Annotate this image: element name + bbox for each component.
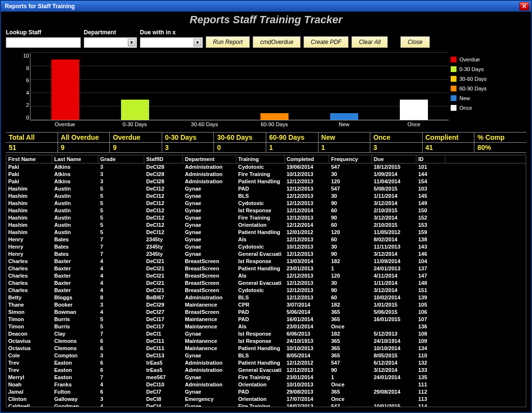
table-row[interactable]: CharlesBaxter4DeCl21BreastScreenPatient … — [6, 265, 526, 272]
table-cell: 110 — [416, 352, 445, 359]
table-cell: 5 — [98, 207, 144, 214]
department-combo[interactable]: ▼ — [84, 37, 137, 48]
table-row[interactable]: HenryBates72345tyGynaeCydotoxic10/12/201… — [6, 243, 526, 251]
table-row[interactable]: HashimAustin5DeCl12GynaeOrientation12/12… — [6, 221, 526, 229]
table-row[interactable]: CharlesBaxter4DeCl21BreastScreenGeneral … — [6, 280, 526, 287]
table-row[interactable]: TrevEaston6trEas5AdministrationPatient H… — [6, 359, 526, 367]
table-row[interactable]: CharlesBaxter4DeCl21BreastScreenIst Resp… — [6, 258, 526, 265]
table-cell: 135 — [416, 374, 445, 381]
table-cell: DeCl12 — [144, 229, 183, 236]
lookup-staff-input[interactable] — [6, 37, 81, 48]
clear-all-button[interactable]: Clear All — [351, 36, 388, 48]
table-row[interactable]: CaldwellGoodman4DeCl4GynaeFire Training1… — [6, 403, 526, 407]
table-cell: DeCl11 — [144, 338, 183, 345]
column-header[interactable]: Training — [236, 155, 285, 163]
close-icon[interactable]: ✕ — [519, 2, 529, 11]
column-header[interactable]: Grade — [98, 155, 144, 163]
table-row[interactable]: HashimAustin5DeCl12GynaeCydotoxic12/12/2… — [6, 200, 526, 207]
summary-value: 41 — [423, 143, 474, 152]
table-row[interactable]: NoahFranks4DeCl10AdministrationOrientati… — [6, 381, 526, 388]
table-cell: 7 — [98, 236, 144, 243]
table-row[interactable]: HashimAustin5DeCl12GynaeFire Training12/… — [6, 214, 526, 221]
table-row[interactable]: ClintonGalloway3DeCl8EmergencyOrientatio… — [6, 396, 526, 403]
table-cell: 154 — [416, 178, 445, 185]
table-cell: 4 — [98, 403, 144, 407]
data-grid-body[interactable]: PakiAtkins3DeCl28AdministrationCydotoxic… — [6, 163, 526, 407]
table-cell: 1/11/2014 — [372, 280, 416, 287]
table-cell: DeCl29 — [144, 301, 183, 309]
table-cell: 144 — [416, 171, 445, 178]
chart-bar — [51, 59, 79, 120]
column-header[interactable]: Frequency — [329, 155, 372, 163]
table-cell: 149 — [416, 200, 445, 207]
table-row[interactable]: OctaviusClemons6DeCl11MaintanenceIst Res… — [6, 338, 526, 345]
table-cell: 3 — [98, 352, 144, 359]
table-cell: 10/12/2013 — [285, 243, 329, 251]
table-cell: DeCl12 — [144, 214, 183, 221]
table-cell: DeCl21 — [144, 258, 183, 265]
table-row[interactable]: HashimAustin5DeCl12GynaePAD12/12/2013547… — [6, 185, 526, 192]
table-cell: 12/12/2013 — [285, 214, 329, 221]
table-cell: 147 — [416, 272, 445, 280]
column-header[interactable]: Completed — [285, 155, 329, 163]
table-cell: 112 — [416, 388, 445, 396]
table-cell: 90 — [329, 367, 372, 374]
table-row[interactable]: HashimAustin5DeCl12GynaePatient Handling… — [6, 229, 526, 236]
chevron-down-icon: ▼ — [194, 39, 201, 46]
table-row[interactable]: HashimAustin5DeCl12GynaeBLS12/12/2013301… — [6, 192, 526, 200]
table-row[interactable]: PakiAtkins3DeCl28AdministrationPatient H… — [6, 178, 526, 185]
table-cell: Fire Training — [236, 171, 285, 178]
table-row[interactable]: HenryBates72345tyGynaeGeneral Evacuati12… — [6, 251, 526, 258]
table-row[interactable]: SimonBowman4DeCl27BreastScreenPAD5/06/20… — [6, 309, 526, 316]
table-cell: 4 — [98, 280, 144, 287]
column-header[interactable]: ID — [416, 155, 445, 163]
legend-swatch — [451, 76, 456, 82]
table-cell: Bates — [52, 236, 98, 243]
legend-item: New — [451, 95, 524, 101]
table-cell: Gynae — [183, 236, 236, 243]
table-cell: 12/01/2012 — [285, 229, 329, 236]
table-row[interactable]: TimonBurris5DeCl17MaintanenceAls23/01/20… — [6, 323, 526, 330]
table-cell: Bowman — [52, 309, 98, 316]
table-row[interactable]: DeaconClay7DeCl1GynaeIst Response6/06/20… — [6, 330, 526, 338]
column-header[interactable]: Due — [372, 155, 416, 163]
table-cell: 4 — [98, 272, 144, 280]
summary-header: Once — [370, 133, 422, 143]
column-header[interactable]: First Name — [6, 155, 52, 163]
table-row[interactable]: ThaneBooker3DeCl29MaintanenceCPR3/07/201… — [6, 301, 526, 309]
column-header[interactable]: StaffID — [144, 155, 183, 163]
table-cell: 90 — [329, 200, 372, 207]
table-row[interactable]: TrevEaston6trEas5AdministrationGeneral E… — [6, 367, 526, 374]
table-cell: 1/09/2014 — [372, 171, 416, 178]
table-cell: DeCl28 — [144, 163, 183, 171]
table-cell: Jamal — [6, 388, 52, 396]
table-row[interactable]: BettyBloggs8BeBl67AdministrationBLS12/12… — [6, 294, 526, 301]
table-row[interactable]: TimonBurris5DeCl17MaintanencePAD16/01/20… — [6, 316, 526, 323]
table-row[interactable]: HenryBates72345tyGynaeAls12/12/2013608/0… — [6, 236, 526, 243]
table-cell: 146 — [416, 251, 445, 258]
table-row[interactable]: MerrylEaston7mee567GynaeFire Training23/… — [6, 374, 526, 381]
table-cell: Gynae — [183, 352, 236, 359]
table-row[interactable]: PakiAtkins3DeCl28AdministrationCydotoxic… — [6, 163, 526, 171]
table-cell — [372, 396, 416, 403]
table-row[interactable]: HashimAustin5DeCl12GynaeIst Response12/1… — [6, 207, 526, 214]
run-report-button[interactable]: Run Report — [206, 36, 250, 48]
table-row[interactable]: CharlesBaxter4DeCl21BreastScreenCydotoxi… — [6, 287, 526, 294]
table-cell: Charles — [6, 265, 52, 272]
column-header[interactable]: Department — [183, 155, 236, 163]
column-header[interactable]: Last Name — [52, 155, 98, 163]
table-row[interactable]: OctaviusClemons6DeCl11MaintanencePatient… — [6, 345, 526, 352]
table-cell: DeCl21 — [144, 265, 183, 272]
table-cell: 12/12/2012 — [285, 359, 329, 367]
table-row[interactable]: JamalFulton6DeCl7GynaePAD29/08/201336529… — [6, 388, 526, 396]
table-row[interactable]: CharlesBaxter4DeCl21BreastScreenAls12/12… — [6, 272, 526, 280]
table-cell: 120 — [329, 272, 372, 280]
table-cell: General Evacuati — [236, 367, 285, 374]
table-row[interactable]: ColeCompton3DeCl13GynaeBLS8/05/20143658/… — [6, 352, 526, 359]
create-pdf-button[interactable]: Create PDF — [304, 36, 349, 48]
cmd-overdue-button[interactable]: cmdOverdue — [253, 36, 301, 48]
close-button[interactable]: Close — [400, 36, 430, 48]
table-cell: Austin — [52, 221, 98, 229]
due-within-combo[interactable]: ▼ — [140, 37, 203, 48]
table-row[interactable]: PakiAtkins3DeCl28AdministrationFire Trai… — [6, 171, 526, 178]
